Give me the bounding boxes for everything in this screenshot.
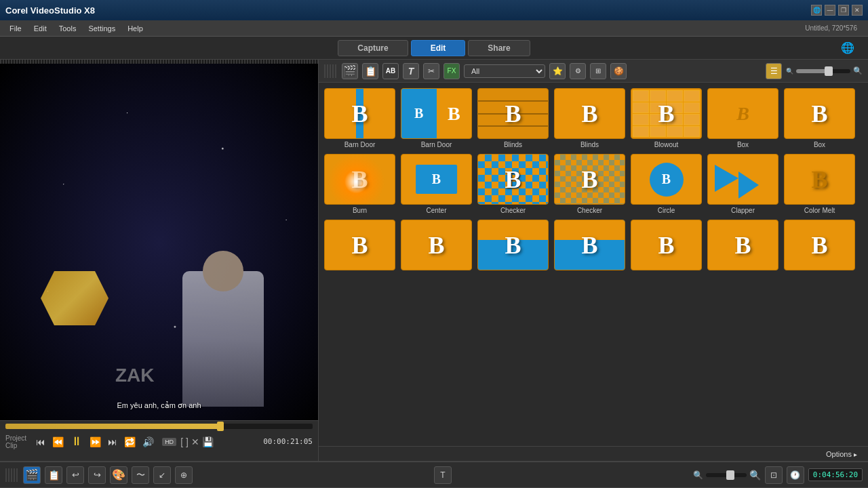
fx-item-box-1[interactable]: B Box xyxy=(707,88,778,148)
play-button[interactable]: ⏸ xyxy=(69,433,84,450)
list-view-button[interactable]: ☰ xyxy=(766,63,782,79)
fx-thumb-r3-6: B xyxy=(707,220,778,270)
fx-thumb-color-melt: B xyxy=(784,154,855,205)
fx-item-r3-1[interactable]: B xyxy=(324,220,395,272)
fx-item-blinds-2[interactable]: B Blinds xyxy=(554,88,625,148)
menu-settings[interactable]: Settings xyxy=(83,23,121,34)
progress-handle[interactable] xyxy=(217,422,224,431)
fx-item-circle[interactable]: B Circle xyxy=(631,154,702,214)
menu-help[interactable]: Help xyxy=(122,23,149,34)
favorite-button[interactable]: ⭐ xyxy=(549,63,566,79)
slider-handle[interactable] xyxy=(825,66,833,76)
grid-view-button[interactable]: ⊞ xyxy=(590,63,606,79)
hd-badge: HD xyxy=(162,438,176,446)
file-info: Untitled, 720*576 xyxy=(805,24,857,32)
app-title: Corel VideoStudio X8 xyxy=(5,5,95,16)
playback-controls: Project Clip ⏮ ⏪ ⏸ ⏩ ⏭ 🔁 🔊 HD [ ] ✕ 💾 00… xyxy=(0,420,318,461)
zoom-out-icon[interactable]: 🔍 xyxy=(693,470,703,480)
timeline: 🎬 📋 ↩ ↪ 🎨 〜 ↙ ⊕ T 🔍 🔍 ⊡ 🕐 0:04:56:20 ⊞ ⊟ xyxy=(0,461,868,488)
fx-item-r3-3[interactable]: B xyxy=(477,220,549,272)
fx-thumb-blinds-2: B xyxy=(554,88,625,139)
tl-btn-video[interactable]: 🎬 xyxy=(23,466,41,484)
grip-handle-tl xyxy=(5,468,19,482)
fx-label-blowout: Blowout xyxy=(631,141,702,148)
slider-fill xyxy=(796,69,829,73)
tl-btn-mix[interactable]: ⊕ xyxy=(175,466,193,484)
tl-btn-storyboard[interactable]: 📋 xyxy=(45,466,62,484)
fx-item-box-2[interactable]: B Box xyxy=(784,88,855,148)
clip-action-button[interactable]: ✕ xyxy=(191,436,199,447)
tl-btn-color[interactable]: 🎨 xyxy=(110,466,127,484)
fx-item-r3-2[interactable]: B xyxy=(401,220,472,272)
fx-item-r3-7[interactable]: B xyxy=(784,220,855,272)
fx-item-r3-4[interactable]: B xyxy=(554,220,625,272)
graphics-button[interactable]: ✂ xyxy=(423,63,439,79)
menu-file[interactable]: File xyxy=(4,23,27,34)
skip-end-button[interactable]: ⏭ xyxy=(106,435,119,449)
fx-thumb-r3-7: B xyxy=(784,220,855,270)
fx-thumb-r3-5: B xyxy=(631,220,702,270)
mark-out-button[interactable]: ] xyxy=(186,436,189,447)
fx-button[interactable]: FX xyxy=(443,63,460,79)
fx-item-blinds-1[interactable]: B Blinds xyxy=(477,88,549,148)
cookie-button[interactable]: 🍪 xyxy=(610,63,627,79)
menu-edit[interactable]: Edit xyxy=(28,23,52,34)
tl-btn-redo[interactable]: ↪ xyxy=(88,466,106,484)
tab-share[interactable]: Share xyxy=(468,40,530,56)
fx-label-barn-door-2: Barn Door xyxy=(401,141,472,148)
forward-button[interactable]: ⏩ xyxy=(88,435,102,449)
fx-item-clapper[interactable]: Clapper xyxy=(707,154,778,214)
minimize-button[interactable]: 🌐 xyxy=(811,5,822,16)
tl-btn-title[interactable]: T xyxy=(434,466,452,484)
media-library-button[interactable]: 🎬 xyxy=(342,63,358,79)
tab-edit[interactable]: Edit xyxy=(411,40,466,56)
fx-item-blowout[interactable]: B Blowout xyxy=(631,88,702,148)
preview-area: ZAK Em yêu anh, cảm ơn anh xyxy=(0,64,318,420)
menu-tools[interactable]: Tools xyxy=(54,23,82,34)
slider-track[interactable] xyxy=(796,69,850,73)
tab-capture[interactable]: Capture xyxy=(338,40,408,56)
tl-btn-audio[interactable]: 〜 xyxy=(132,466,149,484)
fx-item-color-melt[interactable]: B Color Melt xyxy=(784,154,855,214)
tl-btn-insert[interactable]: ↙ xyxy=(153,466,171,484)
customize-button[interactable]: ⚙ xyxy=(570,63,586,79)
skip-start-button[interactable]: ⏮ xyxy=(35,435,47,449)
tl-btn-clock[interactable]: 🕐 xyxy=(787,466,804,484)
fx-item-checker-2[interactable]: B Checker xyxy=(554,154,625,214)
zoom-slider[interactable] xyxy=(706,473,747,477)
volume-button[interactable]: 🔊 xyxy=(141,435,155,449)
fx-item-center[interactable]: B Center xyxy=(401,154,472,214)
options-bar: Options ▸ xyxy=(319,446,868,461)
tl-btn-fit[interactable]: ⊡ xyxy=(765,466,783,484)
fx-item-barn-door-1[interactable]: B Barn Door xyxy=(324,88,395,148)
save-clip-button[interactable]: 💾 xyxy=(202,436,214,447)
restore-btn[interactable]: ❐ xyxy=(838,5,849,16)
loop-button[interactable]: 🔁 xyxy=(123,435,137,449)
clip-label: Clip xyxy=(5,442,26,449)
fx-thumb-checker-2: B xyxy=(554,154,625,205)
size-slider[interactable]: 🔍 🔍 xyxy=(786,66,863,75)
close-btn[interactable]: ✕ xyxy=(852,5,863,16)
fx-item-barn-door-2[interactable]: B B Barn Door xyxy=(401,88,472,148)
progress-bar[interactable] xyxy=(5,424,313,429)
category-dropdown[interactable]: All 2D Map 3D Map Filter xyxy=(464,64,545,78)
mark-in-button[interactable]: [ xyxy=(180,436,183,447)
text-button[interactable]: T xyxy=(403,63,419,79)
fx-item-checker-1[interactable]: B Checker xyxy=(477,154,549,214)
menu-items: File Edit Tools Settings Help xyxy=(4,23,149,34)
tl-btn-undo[interactable]: ↩ xyxy=(66,466,84,484)
fx-label-blinds-1: Blinds xyxy=(477,141,549,148)
fx-thumb-box-2: B xyxy=(784,88,855,139)
options-button[interactable]: Options ▸ xyxy=(821,449,863,460)
fx-item-r3-6[interactable]: B xyxy=(707,220,778,272)
title-library-button[interactable]: AB xyxy=(382,63,399,79)
minimize-btn[interactable]: — xyxy=(825,5,835,16)
zoom-in-icon[interactable]: 🔍 xyxy=(749,470,761,481)
zoom-slider-handle[interactable] xyxy=(726,470,734,480)
fx-thumb-blowout: B xyxy=(631,88,702,139)
fx-item-r3-5[interactable]: B xyxy=(631,220,702,272)
fx-thumb-r3-1: B xyxy=(324,220,395,270)
instant-project-button[interactable]: 📋 xyxy=(362,63,378,79)
rewind-button[interactable]: ⏪ xyxy=(51,435,65,449)
fx-item-burn[interactable]: B Burn xyxy=(324,154,395,214)
